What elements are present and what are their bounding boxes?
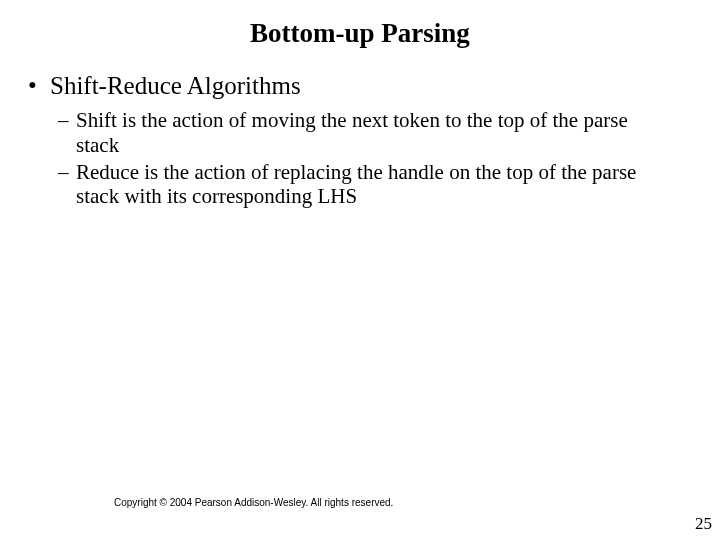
bullet-l2-group: – Shift is the action of moving the next…: [58, 108, 666, 211]
copyright-text: Copyright © 2004 Pearson Addison-Wesley.…: [114, 497, 393, 508]
list-item: – Reduce is the action of replacing the …: [58, 160, 666, 210]
bullet-l1-text: Shift-Reduce Algorithms: [50, 72, 301, 100]
list-item: – Shift is the action of moving the next…: [58, 108, 666, 158]
dash-icon: –: [58, 160, 76, 210]
bullet-l2-text: Reduce is the action of replacing the ha…: [76, 160, 666, 210]
bullet-l2-text: Shift is the action of moving the next t…: [76, 108, 666, 158]
dash-icon: –: [58, 108, 76, 158]
page-number: 25: [695, 514, 712, 534]
slide: Bottom-up Parsing • Shift-Reduce Algorit…: [0, 0, 720, 540]
slide-title: Bottom-up Parsing: [0, 18, 720, 49]
bullet-l1: •: [28, 72, 37, 100]
